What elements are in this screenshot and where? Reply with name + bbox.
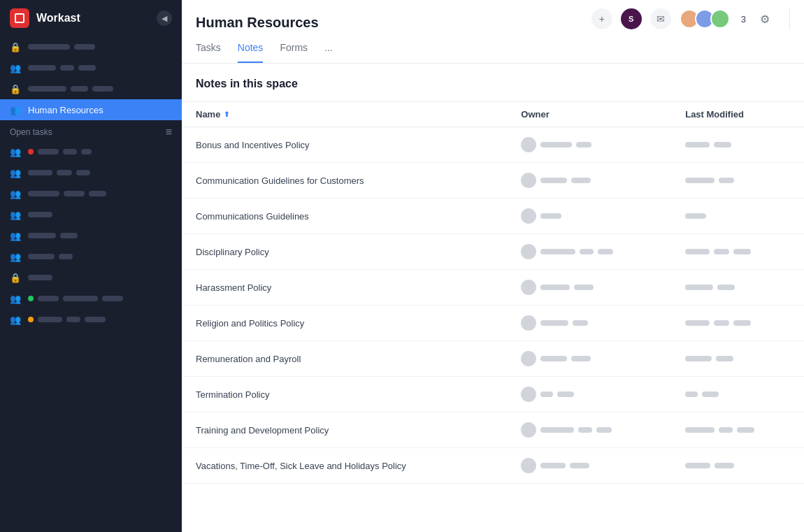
sidebar-item-label-hr: Human Resources	[28, 105, 103, 115]
status-dot-red	[28, 149, 34, 154]
note-name-cell[interactable]: Communications Guidelines	[182, 199, 507, 234]
note-modified-cell	[671, 234, 804, 270]
sidebar-task-8[interactable]: 👥	[0, 288, 182, 309]
sidebar-task-5[interactable]: 👥	[0, 225, 182, 246]
table-row[interactable]: Bonus and Incentives Policy	[182, 127, 804, 163]
topbar-tabs: Tasks Notes Forms ...	[196, 42, 790, 63]
column-name-header: Name ⬆	[182, 102, 507, 127]
app-name: Workast	[36, 12, 80, 24]
note-modified-cell	[671, 448, 804, 484]
status-dot-green	[28, 296, 34, 301]
table-row[interactable]: Remuneration and Payroll	[182, 341, 804, 377]
note-name-cell[interactable]: Disciplinary Policy	[182, 234, 507, 270]
notes-content: Notes in this space Name ⬆ Owner Last Mo…	[182, 64, 804, 532]
lock-icon: 🔒	[10, 41, 21, 52]
status-dot-yellow	[28, 317, 34, 322]
tab-forms[interactable]: Forms	[280, 42, 308, 63]
people-icon-t4: 👥	[10, 209, 21, 220]
table-row[interactable]: Communication Guidelines for Customers	[182, 163, 804, 199]
table-header-row: Name ⬆ Owner Last Modified	[182, 102, 804, 127]
note-name-cell[interactable]: Religion and Politics Policy	[182, 305, 507, 341]
tab-notes[interactable]: Notes	[238, 42, 264, 63]
people-icon-t6: 👥	[10, 251, 21, 262]
sidebar-item-2[interactable]: 👥	[0, 57, 182, 78]
note-modified-cell	[671, 127, 804, 163]
sidebar-task-4[interactable]: 👥	[0, 204, 182, 225]
note-name-cell[interactable]: Communication Guidelines for Customers	[182, 163, 507, 199]
sidebar-item-3[interactable]: 🔒	[0, 78, 182, 99]
open-tasks-section: Open tasks ≡	[0, 120, 182, 141]
table-row[interactable]: Communications Guidelines	[182, 199, 804, 234]
tab-tasks[interactable]: Tasks	[196, 42, 221, 63]
note-name-cell[interactable]: Termination Policy	[182, 377, 507, 412]
tab-more[interactable]: ...	[324, 42, 333, 63]
sidebar-item-human-resources[interactable]: 👥 Human Resources	[0, 99, 182, 120]
people-icon-hr: 👥	[10, 104, 21, 115]
sidebar-task-2[interactable]: 👥	[0, 162, 182, 183]
note-modified-cell	[671, 305, 804, 341]
avatar-count: 3	[741, 14, 746, 24]
notes-table: Name ⬆ Owner Last Modified Bonus and Inc…	[182, 102, 804, 484]
note-modified-cell	[671, 341, 804, 377]
sidebar-task-3[interactable]: 👥	[0, 183, 182, 204]
sidebar-task-1[interactable]: 👥	[0, 141, 182, 162]
people-icon-t9: 👥	[10, 314, 21, 325]
table-row[interactable]: Religion and Politics Policy	[182, 305, 804, 341]
note-owner-cell	[507, 341, 671, 377]
slack-button[interactable]: S	[621, 8, 642, 29]
avatar-group	[680, 9, 730, 29]
topbar-actions: + S ✉ 3 ⚙	[591, 8, 790, 36]
sidebar-item-1[interactable]: 🔒	[0, 36, 182, 57]
note-owner-cell	[507, 234, 671, 270]
sidebar-task-6[interactable]: 👥	[0, 246, 182, 267]
note-name-cell[interactable]: Harassment Policy	[182, 270, 507, 305]
table-row[interactable]: Training and Development Policy	[182, 412, 804, 448]
table-row[interactable]: Harassment Policy	[182, 270, 804, 305]
note-owner-cell	[507, 305, 671, 341]
note-modified-cell	[671, 163, 804, 199]
topbar: Human Resources + S ✉ 3 ⚙ Tasks	[182, 0, 804, 64]
table-row[interactable]: Disciplinary Policy	[182, 234, 804, 270]
note-modified-cell	[671, 199, 804, 234]
note-owner-cell	[507, 199, 671, 234]
main-content: Human Resources + S ✉ 3 ⚙ Tasks	[182, 0, 804, 532]
note-owner-cell	[507, 127, 671, 163]
divider	[789, 8, 790, 29]
note-owner-cell	[507, 377, 671, 412]
people-icon-t5: 👥	[10, 230, 21, 241]
note-name-cell[interactable]: Training and Development Policy	[182, 412, 507, 448]
sidebar-task-7[interactable]: 🔒	[0, 267, 182, 288]
column-owner-header: Owner	[507, 102, 671, 127]
note-name-cell[interactable]: Bonus and Incentives Policy	[182, 127, 507, 163]
open-tasks-menu-icon[interactable]: ≡	[166, 126, 172, 138]
table-row[interactable]: Termination Policy	[182, 377, 804, 412]
sidebar-task-9[interactable]: 👥	[0, 309, 182, 330]
people-icon-t8: 👥	[10, 293, 21, 304]
app-logo	[10, 8, 29, 28]
note-owner-cell	[507, 412, 671, 448]
people-icon-t3: 👥	[10, 188, 21, 199]
lock-icon-3: 🔒	[10, 272, 21, 283]
people-icon: 👥	[10, 62, 21, 73]
note-name-cell[interactable]: Remuneration and Payroll	[182, 341, 507, 377]
email-button[interactable]: ✉	[650, 8, 671, 29]
people-icon-t2: 👥	[10, 167, 21, 178]
note-modified-cell	[671, 412, 804, 448]
add-button[interactable]: +	[591, 8, 612, 29]
table-row[interactable]: Vacations, Time-Off, Sick Leave and Holi…	[182, 448, 804, 484]
sort-icon: ⬆	[224, 110, 229, 118]
people-icon-t1: 👥	[10, 146, 21, 157]
note-owner-cell	[507, 270, 671, 305]
note-modified-cell	[671, 377, 804, 412]
sidebar: Workast ◀ 🔒 👥 🔒 👥 Human Resources Open t…	[0, 0, 182, 532]
settings-button[interactable]: ⚙	[754, 8, 775, 29]
note-owner-cell	[507, 448, 671, 484]
column-modified-header: Last Modified	[671, 102, 804, 127]
open-tasks-label: Open tasks	[10, 127, 52, 137]
note-modified-cell	[671, 270, 804, 305]
note-name-cell[interactable]: Vacations, Time-Off, Sick Leave and Holi…	[182, 448, 507, 484]
page-title: Human Resources	[196, 15, 319, 31]
sidebar-collapse-button[interactable]: ◀	[157, 10, 172, 26]
avatar-3	[710, 9, 730, 29]
note-owner-cell	[507, 163, 671, 199]
